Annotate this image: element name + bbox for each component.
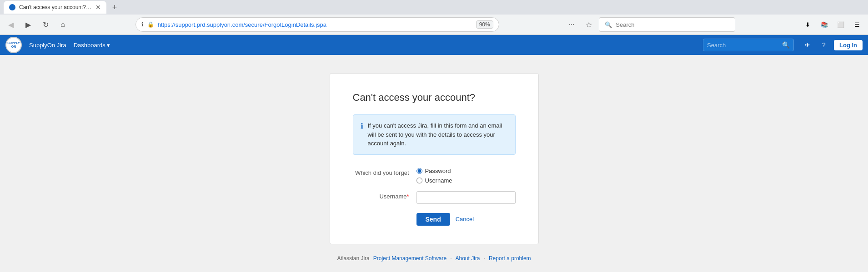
page-footer: Atlassian Jira Project Management Softwa… — [337, 255, 531, 262]
browser-right-toolbar: ⬇ 📚 ⬜ ☰ — [801, 17, 864, 32]
username-input[interactable] — [416, 191, 516, 204]
screen-button[interactable]: ⬜ — [833, 17, 848, 32]
jira-right-icons: ✈ ? Log In — [801, 39, 863, 51]
more-button[interactable]: ··· — [564, 17, 579, 32]
info-icon: ℹ — [141, 21, 144, 28]
footer-dot-2: · — [484, 255, 485, 262]
library-button[interactable]: 📚 — [817, 17, 832, 32]
active-tab[interactable]: Can't access your account? - S... ✕ — [4, 1, 106, 14]
main-card: Can't access your account? ℹ If you can'… — [330, 73, 539, 244]
send-button[interactable]: Send — [416, 213, 450, 226]
home-button[interactable]: ⌂ — [55, 17, 70, 32]
back-button[interactable]: ◀ — [4, 17, 18, 32]
download-button[interactable]: ⬇ — [801, 17, 815, 32]
forget-options: Password Username — [416, 168, 516, 184]
button-row: Send Cancel — [416, 213, 516, 226]
forget-label: Which did you forget — [353, 168, 416, 176]
info-box: ℹ If you can't access Jira, fill in this… — [353, 114, 516, 155]
footer-link-report[interactable]: Report a problem — [489, 255, 531, 262]
username-option[interactable]: Username — [416, 177, 516, 184]
footer-link-pm[interactable]: Project Management Software — [373, 255, 447, 262]
footer-prefix: Atlassian Jira — [337, 255, 369, 262]
username-option-label: Username — [425, 177, 452, 184]
radio-group: Password Username — [416, 168, 516, 184]
jira-collaborate-button[interactable]: ✈ — [801, 39, 814, 51]
info-icon: ℹ — [361, 122, 363, 130]
tab-favicon — [9, 4, 15, 10]
tab-title: Can't access your account? - S... — [19, 4, 92, 10]
lock-icon: 🔒 — [147, 21, 154, 28]
logo-text: SUPPLYON — [7, 41, 20, 48]
password-option[interactable]: Password — [416, 168, 516, 174]
page-title: Can't access your account? — [353, 92, 516, 104]
zoom-level: 90% — [476, 20, 493, 29]
password-radio[interactable] — [416, 168, 422, 174]
info-message: If you can't access Jira, fill in this f… — [368, 121, 508, 148]
footer-link-about[interactable]: About Jira — [456, 255, 480, 262]
footer-dot-1: · — [450, 255, 452, 262]
username-row: Username* — [353, 191, 516, 204]
url-bar[interactable]: ℹ 🔒 https://support.prd.supplyon.com/sec… — [135, 17, 499, 32]
forget-options-row: Which did you forget Password Username — [353, 168, 516, 184]
jira-search-bar[interactable]: 🔍 — [703, 39, 794, 51]
bookmark-button[interactable]: ☆ — [582, 17, 596, 32]
cancel-link[interactable]: Cancel — [456, 216, 474, 223]
jira-search-input[interactable] — [707, 42, 779, 49]
password-label: Password — [425, 168, 451, 174]
refresh-button[interactable]: ↻ — [38, 17, 53, 32]
tab-close-button[interactable]: ✕ — [95, 4, 101, 11]
new-tab-button[interactable]: + — [108, 1, 121, 14]
search-icon: 🔍 — [605, 21, 612, 28]
browser-search-input[interactable] — [616, 21, 729, 28]
nav-supplyon-jira[interactable]: SupplyOn Jira — [29, 42, 66, 49]
jira-navbar: SUPPLYON SupplyOn Jira Dashboards ▾ 🔍 ✈ … — [0, 35, 868, 55]
required-star: * — [406, 193, 409, 200]
url-text: https://support.prd.supplyon.com/secure/… — [158, 21, 472, 28]
username-control — [416, 191, 516, 204]
browser-chrome: Can't access your account? - S... ✕ + ◀ … — [0, 0, 868, 35]
page-content: Can't access your account? ℹ If you can'… — [0, 55, 868, 272]
jira-help-button[interactable]: ? — [818, 39, 830, 51]
jira-logo[interactable]: SUPPLYON — [5, 37, 22, 53]
username-radio[interactable] — [416, 178, 422, 183]
dashboards-label: Dashboards ▾ — [74, 42, 110, 49]
address-bar: ◀ ▶ ↻ ⌂ ℹ 🔒 https://support.prd.supplyon… — [0, 15, 868, 35]
menu-button[interactable]: ☰ — [850, 17, 864, 32]
jira-login-button[interactable]: Log In — [834, 40, 863, 50]
forward-button[interactable]: ▶ — [21, 17, 35, 32]
nav-dashboards[interactable]: Dashboards ▾ — [74, 42, 110, 49]
tab-bar: Can't access your account? - S... ✕ + — [0, 0, 868, 15]
username-field-label: Username* — [353, 191, 416, 200]
browser-search-bar[interactable]: 🔍 — [599, 17, 735, 32]
jira-search-icon[interactable]: 🔍 — [782, 41, 790, 49]
